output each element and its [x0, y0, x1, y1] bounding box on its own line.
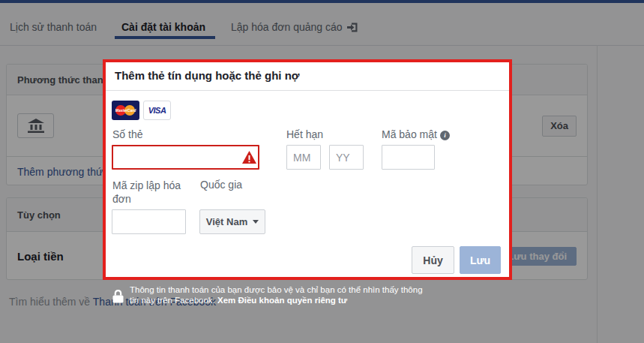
- secure-lock-icon: [112, 290, 124, 306]
- visa-logo-text: VISA: [148, 106, 166, 115]
- security-code-input[interactable]: [382, 145, 435, 170]
- country-dropdown-value: Việt Nam: [206, 216, 247, 227]
- cancel-button[interactable]: Hủy: [412, 246, 454, 274]
- expiry-month-input[interactable]: [286, 145, 321, 170]
- payment-settings-page: Lịch sử thanh toán Cài đặt tài khoản Lập…: [0, 0, 644, 343]
- country-label: Quốc gia: [200, 179, 242, 191]
- modal-title-divider: [106, 90, 509, 91]
- security-note-line2: tin này trên Facebook.: [130, 296, 217, 305]
- privacy-terms-link[interactable]: Xem Điều khoản quyền riêng tư: [217, 296, 347, 305]
- mastercard-logo-text: MasterCard: [112, 108, 139, 113]
- security-note-line1: Thông tin thanh toán của bạn được bảo vệ…: [130, 285, 423, 296]
- mastercard-logo: MasterCard: [112, 101, 139, 120]
- card-number-label: Số thẻ: [112, 128, 142, 140]
- billing-zip-label: Mã zip lập hóa đơn: [112, 179, 196, 206]
- visa-logo: VISA: [143, 101, 171, 120]
- card-number-error-icon: [242, 151, 256, 164]
- save-button[interactable]: Lưu: [460, 246, 501, 274]
- info-icon[interactable]: i: [440, 131, 450, 140]
- modal-title: Thêm thẻ tín dụng hoặc thẻ ghi nợ: [115, 69, 299, 82]
- expiry-year-input[interactable]: [329, 145, 364, 170]
- security-code-label-text: Mã bảo mật: [382, 128, 437, 140]
- billing-zip-input[interactable]: [112, 209, 186, 234]
- security-code-label: Mã bảo mậti: [382, 128, 450, 140]
- payment-security-note: Thông tin thanh toán của bạn được bảo vệ…: [130, 285, 423, 305]
- card-number-input[interactable]: [112, 145, 259, 170]
- expiry-label: Hết hạn: [286, 128, 323, 140]
- add-card-modal: Thêm thẻ tín dụng hoặc thẻ ghi nợ Master…: [103, 59, 512, 280]
- chevron-down-icon: [253, 220, 259, 224]
- country-dropdown[interactable]: Việt Nam: [199, 209, 265, 234]
